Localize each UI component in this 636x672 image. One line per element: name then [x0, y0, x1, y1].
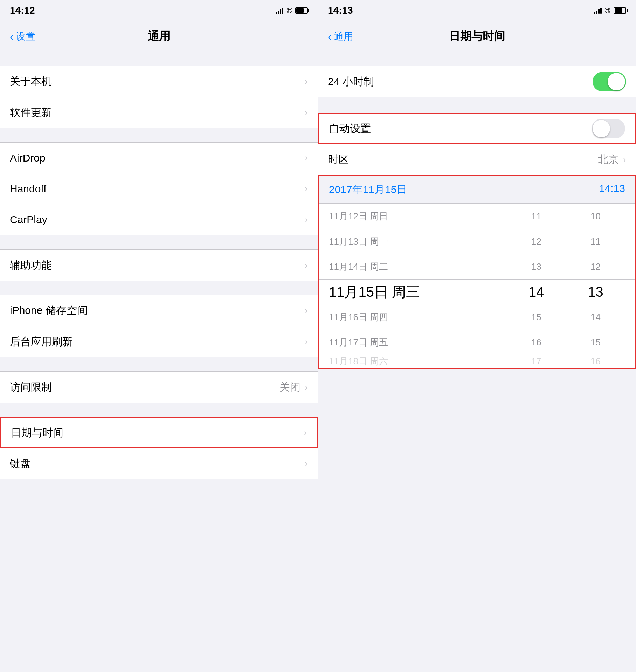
timezone-item[interactable]: 时区 北京 › — [318, 144, 636, 175]
picker-row-2: 11月13日 周一 12 11 — [319, 229, 635, 254]
section-spacer-5 — [0, 357, 318, 371]
signal-icon — [276, 7, 283, 14]
list-item[interactable]: AirDrop › — [0, 143, 318, 173]
right-nav-title: 日期与时间 — [449, 29, 505, 44]
picker-hour-6: 16 — [507, 337, 566, 348]
right-time: 14:13 — [328, 5, 353, 16]
picker-date-1: 11月12日 周日 — [329, 210, 507, 222]
right-back-button[interactable]: ‹ 通用 — [328, 30, 353, 43]
chevron-right-icon: › — [305, 214, 308, 225]
picker-row-1: 11月12日 周日 11 10 — [319, 204, 635, 229]
picker-hour-5: 15 — [507, 312, 566, 323]
chevron-right-icon: › — [305, 260, 308, 271]
picker-selected-date: 2017年11月15日 — [329, 183, 407, 197]
battery-icon — [295, 7, 308, 14]
left-nav-title: 通用 — [148, 29, 170, 44]
left-panel: 14:12 ⌘ ‹ 设置 通用 关于本机 › 软件 — [0, 0, 318, 672]
section-spacer-4 — [0, 281, 318, 295]
chevron-right-icon: › — [305, 336, 308, 347]
left-nav-bar: ‹ 设置 通用 — [0, 21, 318, 52]
item-label: 日期与时间 — [11, 426, 304, 440]
item-label: 软件更新 — [10, 105, 305, 120]
picker-min-1: 10 — [566, 211, 625, 222]
left-status-bar: 14:12 ⌘ — [0, 0, 318, 21]
settings-group-6: 日期与时间 › 键盘 › — [0, 417, 318, 479]
chevron-right-icon: › — [623, 154, 626, 165]
section-spacer-3 — [0, 235, 318, 249]
item-label: iPhone 储存空间 — [10, 303, 305, 318]
right-spacer-2 — [318, 97, 636, 113]
settings-group-3: 辅助功能 › — [0, 249, 318, 281]
picker-hour-3: 13 — [507, 261, 566, 272]
picker-min-2: 11 — [566, 236, 625, 247]
auto-setting-item[interactable]: 自动设置 — [318, 113, 636, 144]
list-item[interactable]: 后台应用刷新 › — [0, 326, 318, 357]
item-label: 关于本机 — [10, 74, 305, 89]
date-picker-header: 2017年11月15日 14:13 — [319, 176, 635, 204]
settings-group-4: iPhone 储存空间 › 后台应用刷新 › — [0, 295, 318, 357]
chevron-right-icon: › — [305, 458, 308, 469]
right-nav-bar: ‹ 通用 日期与时间 — [318, 21, 636, 52]
chevron-right-icon: › — [304, 427, 307, 438]
timezone-label: 时区 — [328, 152, 598, 167]
auto-setting-toggle[interactable] — [592, 119, 625, 138]
picker-row-6: 11月17日 周五 16 15 — [319, 330, 635, 355]
list-item[interactable]: CarPlay › — [0, 204, 318, 235]
right-panel: 14:13 ⌘ ‹ 通用 日期与时间 24 小时制 — [318, 0, 636, 672]
picker-min-3: 12 — [566, 261, 625, 272]
right-spacer-1 — [318, 52, 636, 66]
chevron-right-icon: › — [305, 76, 308, 87]
picker-hour-7: 17 — [507, 356, 566, 367]
item-label: 键盘 — [10, 457, 305, 471]
timezone-value: 北京 — [598, 152, 619, 167]
picker-min-5: 14 — [566, 312, 625, 323]
signal-icon — [594, 7, 602, 14]
section-spacer-1 — [0, 52, 318, 66]
right-back-chevron-icon: ‹ — [328, 31, 332, 42]
left-back-label: 设置 — [16, 30, 35, 43]
list-item[interactable]: 软件更新 › — [0, 97, 318, 128]
list-item[interactable]: 键盘 › — [0, 448, 318, 479]
picker-date-6: 11月17日 周五 — [329, 336, 507, 349]
toggle-knob — [593, 120, 610, 137]
date-time-item[interactable]: 日期与时间 › — [0, 417, 318, 448]
list-item[interactable]: iPhone 储存空间 › — [0, 295, 318, 326]
picker-row-4-selected: 11月15日 周三 14 13 — [319, 279, 635, 304]
item-label: AirDrop — [10, 152, 305, 164]
chevron-right-icon: › — [305, 305, 308, 316]
picker-row-3: 11月14日 周二 13 12 — [319, 254, 635, 279]
left-back-chevron-icon: ‹ — [10, 31, 14, 42]
24hour-toggle[interactable] — [593, 72, 626, 91]
picker-date-4: 11月15日 周三 — [329, 282, 507, 302]
settings-group-2: AirDrop › Handoff › CarPlay › — [0, 142, 318, 235]
right-status-icons: ⌘ — [594, 7, 626, 14]
item-label: Handoff — [10, 183, 305, 195]
left-back-button[interactable]: ‹ 设置 — [10, 30, 35, 43]
picker-date-5: 11月16日 周四 — [329, 311, 507, 323]
picker-min-7: 16 — [566, 356, 625, 367]
date-picker[interactable]: 2017年11月15日 14:13 11月12日 周日 11 10 11月13 — [318, 175, 636, 369]
chevron-right-icon: › — [305, 382, 308, 393]
right-back-label: 通用 — [334, 30, 353, 43]
wifi-icon: ⌘ — [604, 7, 611, 14]
list-item[interactable]: Handoff › — [0, 173, 318, 204]
date-picker-scroll[interactable]: 11月12日 周日 11 10 11月13日 周一 12 11 — [319, 204, 635, 368]
auto-setting-label: 自动设置 — [329, 122, 592, 136]
left-time: 14:12 — [10, 5, 35, 16]
picker-min-4: 13 — [566, 284, 625, 300]
wifi-icon: ⌘ — [286, 7, 292, 14]
item-label: CarPlay — [10, 214, 305, 226]
item-value: 关闭 — [279, 380, 300, 395]
list-item[interactable]: 访问限制 关闭 › — [0, 372, 318, 403]
picker-row-5: 11月16日 周四 15 14 — [319, 304, 635, 330]
picker-selected-time: 14:13 — [599, 183, 625, 197]
list-item[interactable]: 关于本机 › — [0, 66, 318, 97]
chevron-right-icon: › — [305, 183, 308, 194]
chevron-right-icon: › — [305, 107, 308, 118]
picker-date-2: 11月13日 周一 — [329, 235, 507, 248]
24hour-item[interactable]: 24 小时制 — [318, 66, 636, 97]
picker-min-6: 15 — [566, 337, 625, 348]
item-label: 后台应用刷新 — [10, 335, 305, 349]
chevron-right-icon: › — [305, 152, 308, 163]
list-item[interactable]: 辅助功能 › — [0, 250, 318, 281]
